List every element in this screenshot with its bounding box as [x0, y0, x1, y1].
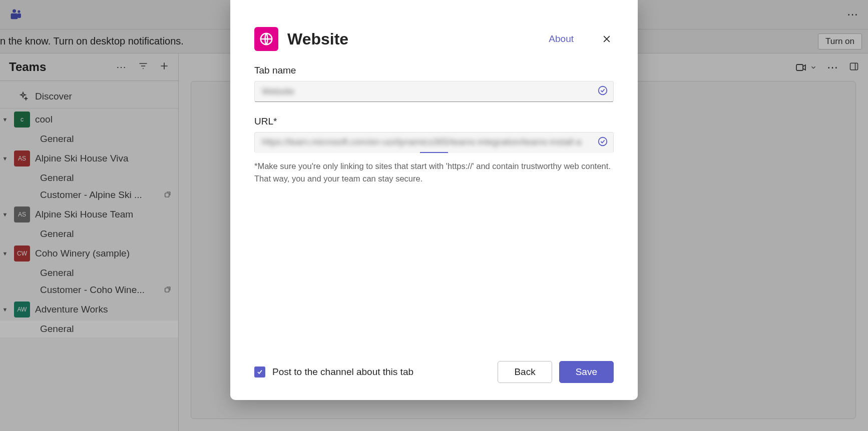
back-button[interactable]: Back: [498, 361, 552, 383]
url-input[interactable]: [262, 137, 591, 148]
tab-name-input[interactable]: [262, 86, 591, 97]
url-label: URL*: [254, 116, 614, 127]
about-link[interactable]: About: [549, 34, 574, 44]
dialog-footer: Post to the channel about this tab Back …: [230, 361, 638, 400]
url-field: URL* *Make sure you're only linking to s…: [254, 116, 614, 185]
tab-name-field: Tab name: [254, 65, 614, 102]
close-button[interactable]: [600, 32, 614, 46]
check-icon: [597, 85, 608, 98]
dialog-header: Website About: [254, 27, 614, 51]
save-button[interactable]: Save: [559, 361, 614, 383]
svg-point-10: [599, 137, 607, 146]
website-dialog: Website About Tab name URL*: [230, 0, 638, 400]
post-label: Post to the channel about this tab: [272, 366, 413, 378]
checkbox-checked-icon: [254, 366, 265, 378]
post-checkbox[interactable]: Post to the channel about this tab: [254, 366, 413, 378]
url-input-wrap[interactable]: [254, 132, 614, 153]
tab-name-input-wrap[interactable]: [254, 81, 614, 102]
url-helper-text: *Make sure you're only linking to sites …: [254, 160, 614, 185]
modal-overlay[interactable]: Website About Tab name URL*: [0, 0, 868, 431]
dialog-title: Website: [287, 30, 348, 48]
check-icon: [597, 136, 608, 149]
focus-underline: [420, 152, 448, 153]
globe-icon: [254, 27, 278, 51]
svg-point-9: [599, 86, 607, 95]
tab-name-label: Tab name: [254, 65, 614, 76]
